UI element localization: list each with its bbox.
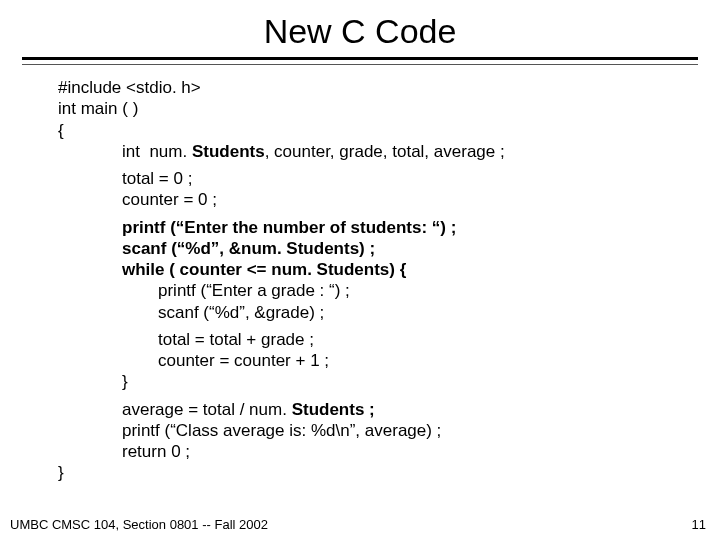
slide: New C Code #include <stdio. h> int main … [0,0,720,540]
code-line: scanf (“%d”, &num. Students) ; [58,238,720,259]
code-line: { [58,120,720,141]
code-line: counter = 0 ; [58,189,720,210]
code-line: int num. Students, counter, grade, total… [58,141,720,162]
code-line: while ( counter <= num. Students) { [58,259,720,280]
code-line: return 0 ; [58,441,720,462]
code-line: #include <stdio. h> [58,77,720,98]
code-line: scanf (“%d”, &grade) ; [58,302,720,323]
code-line: printf (“Class average is: %d\n”, averag… [58,420,720,441]
code-line: int main ( ) [58,98,720,119]
code-line: } [58,371,720,392]
code-line: total = 0 ; [58,168,720,189]
code-line: printf (“Enter the number of students: “… [58,217,720,238]
title-rule [22,57,698,65]
footer-text: UMBC CMSC 104, Section 0801 -- Fall 2002 [10,517,268,532]
code-line: average = total / num. Students ; [58,399,720,420]
code-line: printf (“Enter a grade : “) ; [58,280,720,301]
page-number: 11 [692,517,706,532]
code-line: counter = counter + 1 ; [58,350,720,371]
code-block: #include <stdio. h> int main ( ) { int n… [0,67,720,484]
code-line: } [58,462,720,483]
code-line: total = total + grade ; [58,329,720,350]
slide-title: New C Code [0,0,720,57]
